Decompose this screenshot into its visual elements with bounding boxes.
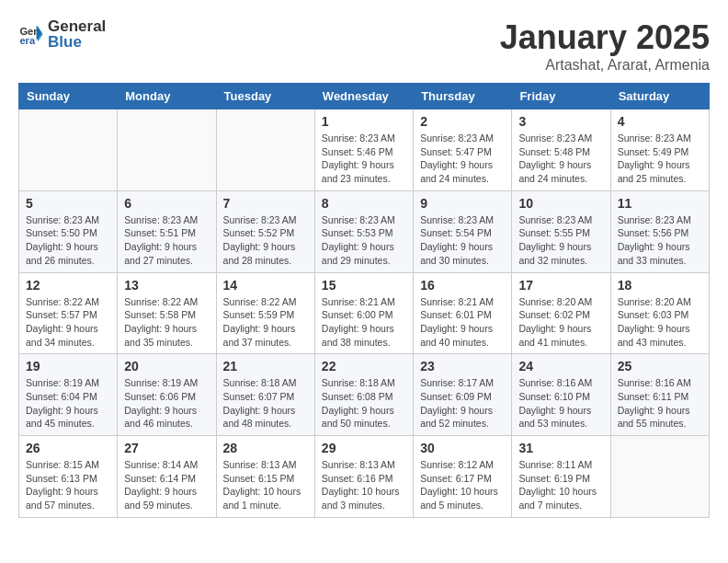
day-number: 23 — [420, 359, 505, 373]
day-info: Sunrise: 8:23 AM Sunset: 5:47 PM Dayligh… — [420, 132, 505, 186]
day-info: Sunrise: 8:23 AM Sunset: 5:56 PM Dayligh… — [618, 213, 702, 268]
header-saturday: Saturday — [610, 84, 709, 109]
table-row: 3Sunrise: 8:23 AM Sunset: 5:48 PM Daylig… — [512, 109, 610, 191]
table-row: 13Sunrise: 8:22 AM Sunset: 5:58 PM Dayli… — [118, 272, 216, 354]
table-row: 15Sunrise: 8:21 AM Sunset: 6:00 PM Dayli… — [314, 272, 413, 354]
day-number: 21 — [223, 359, 308, 373]
header-monday: Monday — [118, 84, 216, 109]
day-info: Sunrise: 8:18 AM Sunset: 6:08 PM Dayligh… — [322, 376, 406, 431]
day-info: Sunrise: 8:20 AM Sunset: 6:02 PM Dayligh… — [518, 295, 603, 350]
table-row: 22Sunrise: 8:18 AM Sunset: 6:08 PM Dayli… — [314, 354, 413, 436]
table-row: 29Sunrise: 8:13 AM Sunset: 6:16 PM Dayli… — [314, 436, 413, 518]
calendar-title: January 2025 — [500, 18, 710, 57]
svg-text:era: era — [19, 35, 36, 46]
day-number: 11 — [618, 196, 702, 211]
day-info: Sunrise: 8:13 AM Sunset: 6:16 PM Dayligh… — [322, 458, 406, 512]
calendar-week-row: 19Sunrise: 8:19 AM Sunset: 6:04 PM Dayli… — [19, 354, 710, 436]
table-row: 21Sunrise: 8:18 AM Sunset: 6:07 PM Dayli… — [216, 354, 314, 436]
day-info: Sunrise: 8:23 AM Sunset: 5:54 PM Dayligh… — [420, 213, 505, 268]
day-info: Sunrise: 8:23 AM Sunset: 5:49 PM Dayligh… — [618, 132, 702, 186]
table-row: 20Sunrise: 8:19 AM Sunset: 6:06 PM Dayli… — [118, 354, 216, 436]
header-friday: Friday — [512, 84, 610, 109]
day-info: Sunrise: 8:23 AM Sunset: 5:46 PM Dayligh… — [322, 132, 406, 186]
day-number: 18 — [618, 278, 702, 293]
day-info: Sunrise: 8:21 AM Sunset: 6:01 PM Dayligh… — [420, 295, 505, 350]
day-number: 5 — [26, 196, 110, 211]
table-row: 14Sunrise: 8:22 AM Sunset: 5:59 PM Dayli… — [216, 272, 314, 354]
table-row: 30Sunrise: 8:12 AM Sunset: 6:17 PM Dayli… — [414, 436, 512, 518]
day-number: 12 — [26, 278, 110, 293]
calendar-week-row: 1Sunrise: 8:23 AM Sunset: 5:46 PM Daylig… — [19, 109, 710, 191]
day-number: 26 — [26, 441, 110, 455]
day-info: Sunrise: 8:23 AM Sunset: 5:51 PM Dayligh… — [124, 213, 209, 268]
table-row: 6Sunrise: 8:23 AM Sunset: 5:51 PM Daylig… — [118, 190, 216, 272]
table-row: 16Sunrise: 8:21 AM Sunset: 6:01 PM Dayli… — [414, 272, 512, 354]
table-row: 7Sunrise: 8:23 AM Sunset: 5:52 PM Daylig… — [216, 190, 314, 272]
table-row: 11Sunrise: 8:23 AM Sunset: 5:56 PM Dayli… — [610, 190, 709, 272]
day-info: Sunrise: 8:19 AM Sunset: 6:06 PM Dayligh… — [124, 376, 209, 431]
table-row: 8Sunrise: 8:23 AM Sunset: 5:53 PM Daylig… — [314, 190, 413, 272]
day-info: Sunrise: 8:23 AM Sunset: 5:55 PM Dayligh… — [518, 213, 603, 268]
table-row — [118, 109, 216, 191]
table-row: 27Sunrise: 8:14 AM Sunset: 6:14 PM Dayli… — [118, 436, 216, 518]
day-info: Sunrise: 8:14 AM Sunset: 6:14 PM Dayligh… — [124, 458, 209, 512]
table-row: 17Sunrise: 8:20 AM Sunset: 6:02 PM Dayli… — [512, 272, 610, 354]
day-info: Sunrise: 8:22 AM Sunset: 5:58 PM Dayligh… — [124, 295, 209, 350]
day-number: 2 — [420, 114, 505, 129]
day-number: 10 — [518, 196, 603, 211]
day-info: Sunrise: 8:19 AM Sunset: 6:04 PM Dayligh… — [26, 376, 110, 431]
day-number: 29 — [322, 441, 406, 455]
day-info: Sunrise: 8:17 AM Sunset: 6:09 PM Dayligh… — [420, 376, 505, 431]
header-sunday: Sunday — [19, 84, 118, 109]
header-wednesday: Wednesday — [314, 84, 413, 109]
day-info: Sunrise: 8:23 AM Sunset: 5:52 PM Dayligh… — [223, 213, 308, 268]
day-info: Sunrise: 8:23 AM Sunset: 5:48 PM Dayligh… — [518, 132, 603, 186]
day-info: Sunrise: 8:11 AM Sunset: 6:19 PM Dayligh… — [518, 458, 603, 512]
day-number: 15 — [322, 278, 406, 293]
table-row: 23Sunrise: 8:17 AM Sunset: 6:09 PM Dayli… — [414, 354, 512, 436]
table-row — [610, 436, 709, 518]
table-row — [19, 109, 118, 191]
table-row: 4Sunrise: 8:23 AM Sunset: 5:49 PM Daylig… — [610, 109, 709, 191]
header-thursday: Thursday — [414, 84, 512, 109]
day-number: 20 — [124, 359, 209, 373]
table-row: 18Sunrise: 8:20 AM Sunset: 6:03 PM Dayli… — [610, 272, 709, 354]
day-info: Sunrise: 8:18 AM Sunset: 6:07 PM Dayligh… — [223, 376, 308, 431]
table-row: 2Sunrise: 8:23 AM Sunset: 5:47 PM Daylig… — [414, 109, 512, 191]
day-info: Sunrise: 8:22 AM Sunset: 5:57 PM Dayligh… — [26, 295, 110, 350]
day-info: Sunrise: 8:20 AM Sunset: 6:03 PM Dayligh… — [618, 295, 702, 350]
day-number: 28 — [223, 441, 308, 455]
day-number: 6 — [124, 196, 209, 211]
day-number: 27 — [124, 441, 209, 455]
day-number: 22 — [322, 359, 406, 373]
table-row: 1Sunrise: 8:23 AM Sunset: 5:46 PM Daylig… — [314, 109, 413, 191]
day-number: 14 — [223, 278, 308, 293]
table-row: 24Sunrise: 8:16 AM Sunset: 6:10 PM Dayli… — [512, 354, 610, 436]
title-area: January 2025 Artashat, Ararat, Armenia — [500, 18, 710, 74]
day-number: 19 — [26, 359, 110, 373]
day-number: 4 — [618, 114, 702, 129]
day-info: Sunrise: 8:23 AM Sunset: 5:53 PM Dayligh… — [322, 213, 406, 268]
day-info: Sunrise: 8:16 AM Sunset: 6:11 PM Dayligh… — [618, 376, 702, 431]
header: Gen era General Blue January 2025 Artash… — [18, 18, 710, 74]
table-row: 26Sunrise: 8:15 AM Sunset: 6:13 PM Dayli… — [19, 436, 118, 518]
day-number: 7 — [223, 196, 308, 211]
day-info: Sunrise: 8:23 AM Sunset: 5:50 PM Dayligh… — [26, 213, 110, 268]
header-tuesday: Tuesday — [216, 84, 314, 109]
day-number: 31 — [518, 441, 603, 455]
table-row: 5Sunrise: 8:23 AM Sunset: 5:50 PM Daylig… — [19, 190, 118, 272]
day-number: 1 — [322, 114, 406, 129]
day-info: Sunrise: 8:15 AM Sunset: 6:13 PM Dayligh… — [26, 458, 110, 512]
table-row: 28Sunrise: 8:13 AM Sunset: 6:15 PM Dayli… — [216, 436, 314, 518]
day-info: Sunrise: 8:21 AM Sunset: 6:00 PM Dayligh… — [322, 295, 406, 350]
table-row: 19Sunrise: 8:19 AM Sunset: 6:04 PM Dayli… — [19, 354, 118, 436]
day-number: 13 — [124, 278, 209, 293]
day-number: 24 — [518, 359, 603, 373]
day-info: Sunrise: 8:16 AM Sunset: 6:10 PM Dayligh… — [518, 376, 603, 431]
table-row: 25Sunrise: 8:16 AM Sunset: 6:11 PM Dayli… — [610, 354, 709, 436]
calendar-subtitle: Artashat, Ararat, Armenia — [500, 57, 710, 74]
day-number: 16 — [420, 278, 505, 293]
day-info: Sunrise: 8:22 AM Sunset: 5:59 PM Dayligh… — [223, 295, 308, 350]
day-number: 3 — [518, 114, 603, 129]
logo: Gen era General Blue — [18, 18, 106, 50]
